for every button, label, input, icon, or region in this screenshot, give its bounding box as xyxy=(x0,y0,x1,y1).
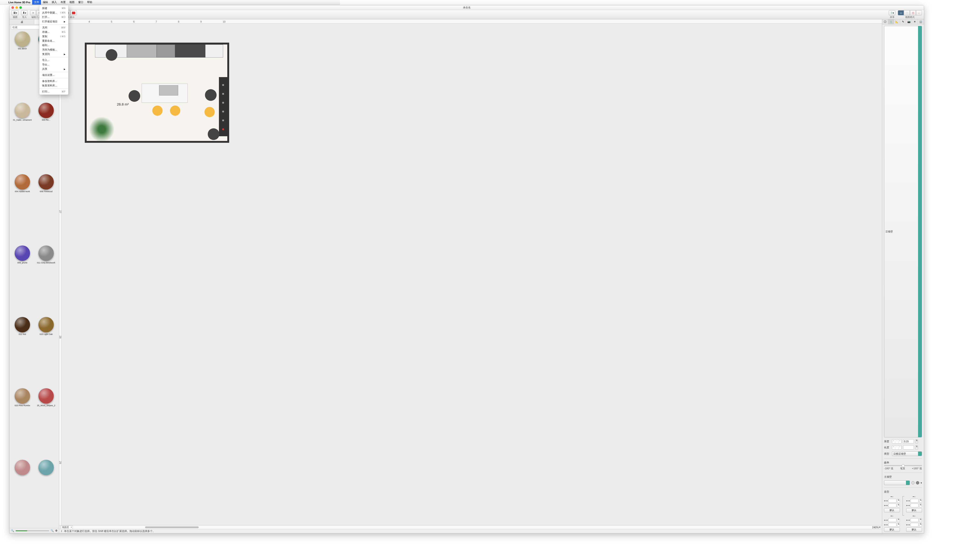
menu-item[interactable]: 另存为模板... xyxy=(39,48,68,52)
menu-item[interactable]: 打印...⌘P xyxy=(39,89,68,94)
menu-help[interactable]: 帮助 xyxy=(85,0,94,5)
indicator-icon xyxy=(222,93,224,95)
stool-dark[interactable] xyxy=(208,128,220,140)
traffic-lights xyxy=(10,6,22,9)
indicator-icon xyxy=(222,111,224,113)
menu-shortcut: ⌘S xyxy=(62,31,65,33)
tool-label: 导入 xyxy=(22,16,27,19)
view-mode-button[interactable]: 🖥▾ xyxy=(11,10,19,15)
menu-item[interactable]: 导入... xyxy=(39,58,68,62)
menu-item[interactable]: 导出... xyxy=(39,62,68,67)
material-item[interactable]: 003 Re... xyxy=(35,103,57,172)
menu-item-label: 项目设置... xyxy=(42,73,54,77)
sidebar-tab-library[interactable]: 🖨 xyxy=(10,19,34,24)
tool-group-import: ⬇▾ 导入 xyxy=(21,10,28,19)
printer-icon: 🖨 xyxy=(21,20,23,24)
round-object[interactable] xyxy=(106,49,118,61)
sink[interactable] xyxy=(159,85,178,96)
menu-item-label: 导入... xyxy=(42,59,49,62)
material-swatch xyxy=(15,174,30,189)
material-item[interactable]: 01_Kalei...ornament xyxy=(11,103,34,172)
indicator-icon xyxy=(222,84,224,86)
tall-unit[interactable] xyxy=(219,77,227,136)
submenu-arrow-icon: ▶ xyxy=(64,53,65,56)
material-label: 001 Birch xyxy=(18,48,27,50)
aux-tool-1[interactable]: ✧ xyxy=(30,10,36,15)
import-icon: ⬇ xyxy=(22,11,25,14)
material-item[interactable]: 004 Adobe-work xyxy=(11,174,34,189)
menu-item-label: 复制 xyxy=(42,35,47,38)
stool-dark[interactable] xyxy=(205,89,216,101)
floorplan-canvas[interactable]: 26.8 m² xyxy=(62,24,340,189)
menu-shortcut: ⇧⌘S xyxy=(60,35,65,38)
menu-item-label: 打开... xyxy=(42,15,49,19)
menu-item[interactable]: 重新命名... xyxy=(39,39,68,43)
cabinet-dark[interactable] xyxy=(175,45,205,57)
menu-item[interactable]: 新建⌘N xyxy=(39,6,68,11)
menu-item-label: 从库中新建... xyxy=(42,11,57,14)
menu-window[interactable]: 窗口 xyxy=(76,0,85,5)
menu-shortcut: ⌘P xyxy=(62,90,65,93)
cabinet-hob[interactable] xyxy=(156,45,175,57)
menu-item-label: 新建 xyxy=(42,6,47,10)
indicator-icon xyxy=(222,120,224,121)
stool[interactable] xyxy=(152,105,162,116)
menu-shortcut: ⇧⌘N xyxy=(60,11,65,14)
kitchen-island[interactable] xyxy=(142,84,188,103)
submenu-arrow-icon: ▶ xyxy=(64,21,65,23)
menu-item[interactable]: 恢复资料库... xyxy=(39,83,68,88)
menu-shortcut: ⌘O xyxy=(61,16,65,18)
menu-insert[interactable]: 插入 xyxy=(50,0,59,5)
menu-edit[interactable]: 编辑 xyxy=(41,0,50,5)
menu-item-label: 恢复资料库... xyxy=(42,84,57,87)
indicator-red-icon xyxy=(222,128,224,130)
menu-item[interactable]: 复原到▶ xyxy=(39,52,68,56)
menu-item-label: 另存为模板... xyxy=(42,48,57,51)
menu-item[interactable]: 共享▶ xyxy=(39,67,68,71)
menu-item-label: 移到... xyxy=(42,43,49,47)
display-icon: 🖥 xyxy=(13,11,16,14)
menu-shortcut: ⌘N xyxy=(62,7,65,10)
tool-label: 视图 xyxy=(13,16,18,19)
menu-view[interactable]: 视图 xyxy=(68,0,76,5)
menu-item[interactable]: 备份资料库... xyxy=(39,79,68,83)
view2d-red[interactable] xyxy=(70,10,77,15)
menu-arrange[interactable]: 布置 xyxy=(59,0,68,5)
file-menu-dropdown: 新建⌘N从库中新建...⇧⌘N打开...⌘O打开最近项目▶关闭⌘W存储...⌘S… xyxy=(39,5,68,95)
menu-item-label: 关闭 xyxy=(42,26,47,29)
minimize-icon[interactable] xyxy=(15,6,18,9)
menu-item[interactable]: 项目设置... xyxy=(39,73,68,77)
menu-item[interactable]: 存储...⌘S xyxy=(39,30,68,34)
menu-item[interactable]: 从库中新建...⇧⌘N xyxy=(39,11,68,15)
menu-file[interactable]: 文件 xyxy=(32,0,41,5)
room-area-label: 26.8 m² xyxy=(117,102,129,106)
menu-item-label: 复原到 xyxy=(42,53,50,56)
tool-group-view: 🖥▾ 视图 xyxy=(11,10,19,19)
material-item[interactable]: 006 Firewood xyxy=(35,174,57,189)
menu-item[interactable]: 打开...⌘O xyxy=(39,15,68,19)
import-button[interactable]: ⬇▾ xyxy=(21,10,28,15)
stool-dark[interactable] xyxy=(129,90,140,102)
stool[interactable] xyxy=(204,107,215,117)
menu-item[interactable]: 复制⇧⌘S xyxy=(39,34,68,39)
menu-item[interactable]: 关闭⌘W xyxy=(39,25,68,30)
plant[interactable] xyxy=(89,116,115,142)
material-item[interactable]: 001 Birch xyxy=(11,32,34,101)
red-view-icon xyxy=(72,12,75,14)
fullscreen-icon[interactable] xyxy=(19,6,22,9)
menu-item[interactable]: 打开最近项目▶ xyxy=(39,19,68,24)
menu-item-label: 导出... xyxy=(42,63,49,66)
menu-item-label: 打开最近项目 xyxy=(42,20,57,23)
room[interactable]: 26.8 m² xyxy=(85,43,229,143)
stool[interactable] xyxy=(170,105,180,116)
menu-item-label: 共享 xyxy=(42,67,47,71)
material-swatch xyxy=(15,32,30,47)
indicator-icon xyxy=(222,102,224,104)
app-name[interactable]: Live Home 3D Pro xyxy=(6,1,32,4)
ruler-horizontal: 345678910 xyxy=(59,19,340,24)
menu-item-label: 备份资料库... xyxy=(42,80,57,83)
material-label: 003 Re... xyxy=(42,119,51,121)
menu-item[interactable]: 移到... xyxy=(39,43,68,48)
close-icon[interactable] xyxy=(11,6,14,9)
system-menubar: Live Home 3D Pro 文件 编辑 插入 布置 视图 窗口 帮助 xyxy=(0,0,340,5)
